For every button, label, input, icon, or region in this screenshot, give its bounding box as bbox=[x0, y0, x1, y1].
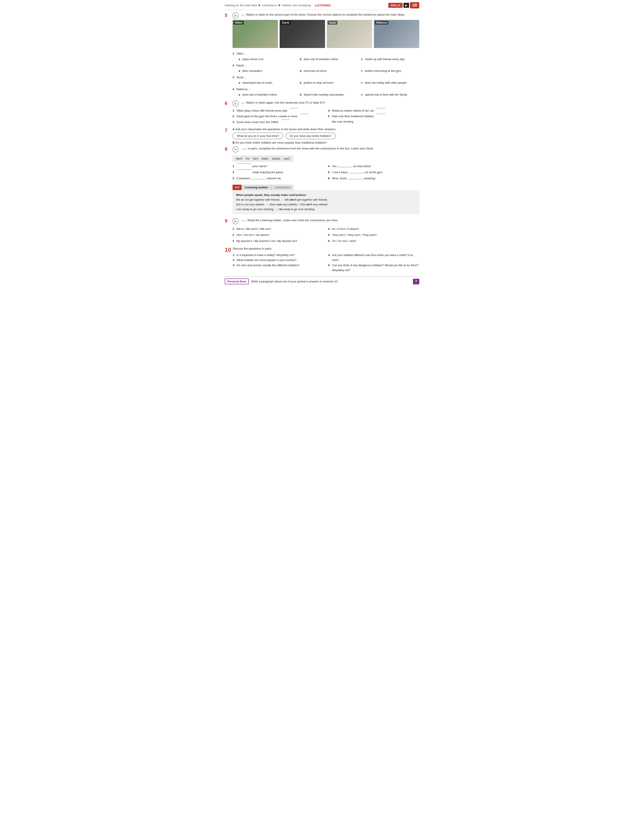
section-10-number: 10 bbox=[225, 247, 231, 253]
section-6-instruction: Watch or listen again. Are the sentences… bbox=[246, 100, 325, 105]
section-10-items: 1 Is it important to have a hobby? Why/W… bbox=[233, 253, 419, 273]
q5-item-4-num: 4 bbox=[233, 87, 235, 92]
q6-item-2: 2 David goes to the gym five times a wee… bbox=[233, 114, 324, 119]
listening-builder: ✦✦ Listening builder contractions When p… bbox=[233, 185, 419, 214]
q5-item-4-subject: Rebecca ... bbox=[237, 87, 251, 92]
photo-row: Viktor David Suzie Rebecca bbox=[233, 20, 419, 48]
q5-4b: bdoesn't like meeting new people. bbox=[297, 92, 358, 97]
q5-item-3-options: adownloads lots of music. bprefers to re… bbox=[233, 80, 419, 86]
photo-rebecca: Rebecca bbox=[374, 20, 419, 48]
builder-icon-symbol: ✦✦ bbox=[235, 186, 240, 189]
builder-ex-2: She is not very athletic. → She's not ve… bbox=[236, 203, 329, 206]
section-8-content: ▶ 1.10 In pairs, complete the sentences … bbox=[233, 146, 419, 216]
q6-col1: 1 Viktor plays chess with friends every … bbox=[233, 108, 324, 125]
section-6-content: ▶ 1.9 Watch or listen again. Are the sen… bbox=[233, 100, 419, 125]
audio-label-9: 1.11 bbox=[241, 219, 246, 222]
section-7-part-a: A Ask your classmates the questions in t… bbox=[233, 128, 419, 131]
q5-item-1: 1 Viktor ... bbox=[233, 51, 419, 56]
builder-icon: ✦✦ bbox=[233, 185, 242, 190]
q10-item-2: 2 What hobbies are most popular in your … bbox=[233, 258, 324, 263]
play-button-8[interactable]: ▶ bbox=[233, 146, 238, 153]
audio-label-8: 1.10 bbox=[241, 148, 246, 150]
q5-2c: cprefers exercising at the gym. bbox=[358, 68, 419, 73]
section-8-number: 8 bbox=[225, 146, 231, 152]
footer-text: Write a paragraph about one of your part… bbox=[251, 280, 411, 283]
q8-col2: 4 You do that online! 5 I use it when no… bbox=[328, 163, 419, 182]
contraction-2: I'm bbox=[246, 157, 250, 160]
photo-label-suzie: Suzie bbox=[328, 21, 337, 25]
builder-ex-1: We do not get together with friends. → W… bbox=[236, 198, 328, 201]
photo-label-david: David bbox=[281, 21, 291, 25]
page-number: 7 bbox=[413, 279, 419, 285]
section-7-part-b: B Do you think online hobbies are more p… bbox=[233, 141, 419, 144]
play-icon-6: ▶ bbox=[235, 102, 237, 105]
q6-item-4: 4 Rebecca makes videos of her cat. bbox=[328, 108, 419, 114]
section-7-number: 7 bbox=[225, 128, 231, 133]
play-icon-8: ▶ bbox=[235, 148, 237, 151]
unit-badge: 1B bbox=[410, 2, 419, 8]
q8-item-2: 2 really enjoying the game. bbox=[233, 169, 324, 175]
listening-label: LISTENING bbox=[315, 4, 331, 7]
play-button-9[interactable]: ▶ bbox=[233, 218, 238, 224]
q5-item-2-options: alikes computers. bexercises at home. cp… bbox=[233, 68, 419, 74]
builder-subtitle: contractions bbox=[271, 185, 294, 190]
q8-item-5: 5 I use it when not at the gym. bbox=[328, 169, 419, 175]
play-icon-9: ▶ bbox=[235, 220, 237, 223]
q6-item-5-text: Kate only likes traditional hobbies,like… bbox=[332, 114, 375, 124]
q5-3b: bprefers to relax at home. bbox=[297, 80, 358, 85]
q5-1b: bdoes lots of activities online. bbox=[297, 57, 358, 62]
section-7-a-label: A bbox=[233, 128, 235, 131]
q5-4c: cspends lots of time with her family. bbox=[358, 92, 419, 97]
q9-item-5: 5 They don't / They can't / They aren't bbox=[328, 232, 419, 238]
audio-label-5: 1.9 bbox=[241, 14, 245, 16]
photo-label-rebecca: Rebecca bbox=[375, 21, 388, 25]
q6-col2: 4 Rebecca makes videos of her cat. 5 Kat… bbox=[328, 108, 419, 125]
q5-item-2: 2 David ... bbox=[233, 63, 419, 68]
contractions-box: don't I'm he's that's what's can't bbox=[233, 155, 293, 162]
builder-header: ✦✦ Listening builder contractions bbox=[233, 185, 419, 190]
q10-col2: 4 Are your hobbies different now from wh… bbox=[328, 253, 419, 273]
q8-blank-4[interactable] bbox=[338, 167, 353, 167]
q6-blank-1[interactable] bbox=[290, 108, 299, 109]
play-button-6[interactable]: ▶ bbox=[233, 100, 238, 107]
section-8: 8 ▶ 1.10 In pairs, complete the sentence… bbox=[225, 146, 419, 216]
q8-item-5-text: I use it when not at the gym. bbox=[332, 169, 383, 175]
personal-best-badge: Personal Best bbox=[225, 278, 249, 285]
sep-dot-1 bbox=[258, 5, 260, 6]
builder-heading: When people speak, they usually make con… bbox=[236, 193, 307, 197]
q6-item-1: 1 Viktor plays chess with friends every … bbox=[233, 108, 324, 114]
q6-item-5: 5 Kate only likes traditional hobbies,li… bbox=[328, 114, 419, 124]
q5-item-3: 3 Suzie ... bbox=[233, 75, 419, 80]
q9-item-2: 2 He's / He isn't / He doesn't bbox=[233, 232, 324, 238]
section-7-b-label: B bbox=[233, 141, 235, 144]
activity-box-2[interactable]: Do you have any online hobbies? bbox=[286, 133, 336, 139]
q5-item-1-num: 1 bbox=[233, 51, 235, 56]
page-header: listening for the main idea contractions… bbox=[225, 2, 419, 10]
section-10-content: Discuss the questions in pairs. 1 Is it … bbox=[233, 247, 419, 273]
q5-4a: adoes lots of activities online. bbox=[235, 92, 297, 97]
builder-body: When people speak, they usually make con… bbox=[233, 190, 419, 214]
activity-box-1[interactable]: What do you do in your free time? bbox=[233, 133, 283, 139]
camera-icon: ▶ bbox=[404, 3, 409, 8]
q8-blank-2[interactable] bbox=[237, 169, 251, 170]
audio-label-6: 1.9 bbox=[241, 102, 245, 104]
q8-blank-5[interactable] bbox=[348, 173, 364, 173]
q5-3a: adownloads lots of music. bbox=[235, 80, 297, 85]
play-button-5[interactable]: ▶ bbox=[233, 13, 238, 18]
q6-blank-4[interactable] bbox=[376, 108, 385, 109]
q8-item-4-text: You do that online! bbox=[332, 163, 371, 169]
q5-1c: cmeets up with friends every day. bbox=[358, 57, 419, 62]
q9-col1: 1 We're / We aren't / We can't 2 He's / … bbox=[233, 226, 324, 244]
q8-blank-1[interactable] bbox=[237, 163, 251, 164]
q6-item-3: 3 Suzie loves music from the 1980s. bbox=[233, 120, 324, 125]
section-5-number: 5 bbox=[225, 13, 231, 18]
q5-item-3-num: 3 bbox=[233, 75, 235, 80]
play-icon: ▶ bbox=[235, 14, 237, 17]
contraction-3: he's bbox=[253, 157, 258, 160]
q5-item-4-options: adoes lots of activities online. bdoesn'… bbox=[233, 92, 419, 97]
q8-item-6: 6 Wow, Suzie, amazing! bbox=[328, 176, 419, 181]
q5-item-1-options: aplays chess a lot. bdoes lots of activi… bbox=[233, 57, 419, 62]
breadcrumb-contractions: contractions bbox=[262, 4, 277, 7]
section-5: 5 ▶ 1.9 Watch or listen to the second pa… bbox=[225, 13, 419, 99]
breadcrumb: listening for the main idea contractions… bbox=[225, 4, 331, 7]
